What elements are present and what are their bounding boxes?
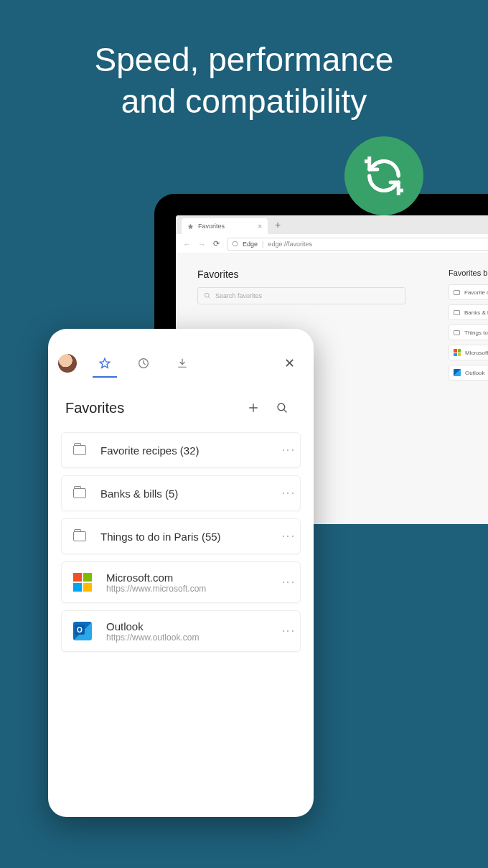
avatar[interactable] xyxy=(58,354,77,373)
address-path: edge://favorites xyxy=(268,241,312,248)
more-button[interactable]: ⋮ xyxy=(284,487,293,500)
headline: Speed, performance and compatibility xyxy=(0,0,488,122)
outlook-icon xyxy=(73,622,92,640)
sidebar-item-label: Banks & bills xyxy=(464,309,488,316)
svg-point-1 xyxy=(205,293,209,297)
tab-downloads[interactable] xyxy=(163,349,202,378)
forward-button[interactable]: → xyxy=(198,240,206,248)
microsoft-icon xyxy=(454,349,461,356)
browser-tab[interactable]: Favorites × xyxy=(182,218,268,234)
folder-icon xyxy=(73,445,86,455)
folder-icon xyxy=(454,290,460,295)
favorites-list: Favorite recipes (32) ⋮ Banks & bills (5… xyxy=(58,432,304,652)
download-icon xyxy=(176,357,189,370)
favorite-title: Outlook xyxy=(106,620,270,633)
headline-line1: Speed, performance xyxy=(0,39,488,81)
microsoft-icon xyxy=(73,573,92,592)
tab-strip: Favorites × + xyxy=(176,215,488,234)
sidebar-item[interactable]: Microsoft xyxy=(449,345,488,360)
sync-badge xyxy=(344,136,423,215)
sidebar-item-label: Outlook xyxy=(465,370,485,376)
more-button[interactable]: ⋮ xyxy=(284,576,293,589)
new-tab-button[interactable]: + xyxy=(268,219,288,230)
folder-icon xyxy=(73,531,86,541)
favorite-url: https://www.outlook.com xyxy=(106,633,270,643)
more-button[interactable]: ⋮ xyxy=(284,625,293,638)
more-button[interactable]: ⋮ xyxy=(284,444,293,457)
tab-history[interactable] xyxy=(124,349,163,378)
sidebar-heading: Favorites bar xyxy=(449,269,488,277)
close-tab-icon[interactable]: × xyxy=(258,223,262,230)
svg-line-2 xyxy=(208,297,210,299)
outlook-icon xyxy=(454,369,461,376)
page-title: Favorites xyxy=(197,269,405,280)
folder-icon xyxy=(73,488,86,498)
phone-top-tabs: ✕ xyxy=(58,349,304,378)
favorite-site[interactable]: Microsoft.com https://www.microsoft.com … xyxy=(61,561,301,603)
sidebar-item-label: Favorite recipes xyxy=(464,289,488,296)
browser-toolbar: ← → ⟳ Edge | edge://favorites xyxy=(176,234,488,254)
search-placeholder: Search favorites xyxy=(215,292,262,299)
star-icon xyxy=(187,223,194,230)
search-favorites-input[interactable]: Search favorites xyxy=(197,287,405,304)
headline-line2: and compatibility xyxy=(0,81,488,123)
folder-icon xyxy=(454,330,460,335)
svg-point-0 xyxy=(233,241,238,246)
star-icon xyxy=(98,357,111,370)
favorite-title: Microsoft.com xyxy=(106,571,270,584)
history-icon xyxy=(137,357,150,370)
add-button[interactable] xyxy=(239,393,268,422)
address-scheme: Edge xyxy=(243,241,258,248)
sidebar-item[interactable]: Outlook xyxy=(449,365,488,381)
refresh-button[interactable]: ⟳ xyxy=(213,239,220,248)
folder-icon xyxy=(454,310,460,315)
search-icon xyxy=(204,292,211,299)
sidebar-item[interactable]: Banks & bills xyxy=(449,304,488,320)
back-button[interactable]: ← xyxy=(183,240,191,248)
sidebar-item[interactable]: Things to do in Paris xyxy=(449,325,488,340)
favorite-folder[interactable]: Favorite recipes (32) ⋮ xyxy=(61,432,301,468)
sidebar-item[interactable]: Favorite recipes xyxy=(449,284,488,300)
plus-icon xyxy=(247,401,260,414)
close-button[interactable]: ✕ xyxy=(276,355,304,371)
edge-icon xyxy=(232,241,238,247)
address-bar[interactable]: Edge | edge://favorites xyxy=(227,238,488,251)
more-button[interactable]: ⋮ xyxy=(284,530,293,543)
phone-frame: ✕ Favorites Favorite recipes (32) ⋮ Bank… xyxy=(48,329,314,817)
favorite-folder[interactable]: Things to do in Paris (55) ⋮ xyxy=(61,518,301,554)
favorite-label: Favorite recipes (32) xyxy=(100,444,270,457)
tab-title: Favorites xyxy=(198,223,225,230)
favorite-folder[interactable]: Banks & bills (5) ⋮ xyxy=(61,475,301,511)
favorite-url: https://www.microsoft.com xyxy=(106,584,270,594)
sidebar-item-label: Microsoft xyxy=(465,350,488,356)
favorite-site[interactable]: Outlook https://www.outlook.com ⋮ xyxy=(61,610,301,652)
svg-line-5 xyxy=(284,410,286,412)
tab-favorites[interactable] xyxy=(85,349,124,378)
sync-icon xyxy=(365,157,403,195)
favorite-label: Things to do in Paris (55) xyxy=(100,531,270,543)
phone-title: Favorites xyxy=(65,400,124,416)
search-button[interactable] xyxy=(268,393,296,422)
sidebar-item-label: Things to do in Paris xyxy=(464,330,488,336)
favorite-label: Banks & bills (5) xyxy=(100,487,270,500)
search-icon xyxy=(276,401,288,414)
